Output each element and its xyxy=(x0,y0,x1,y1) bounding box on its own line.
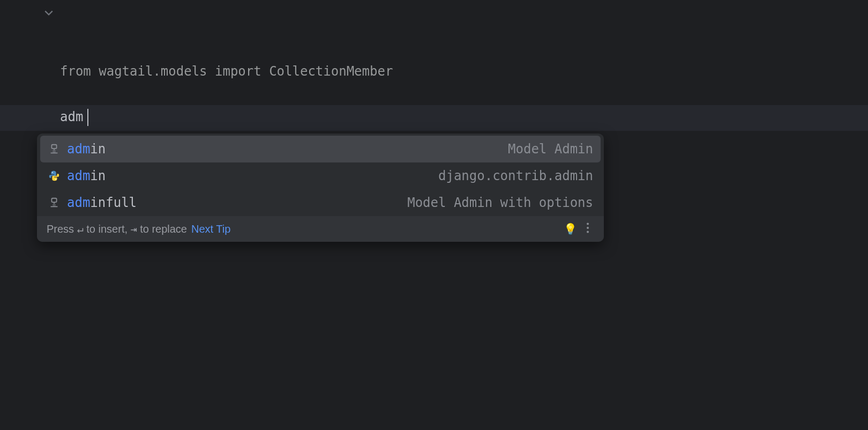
completion-description: Model Admin xyxy=(508,142,593,157)
svg-point-2 xyxy=(55,179,56,180)
svg-rect-3 xyxy=(51,198,56,202)
live-template-icon xyxy=(48,143,61,155)
next-tip-link[interactable]: Next Tip xyxy=(191,223,230,235)
python-icon xyxy=(48,169,61,182)
completion-popup: admin Model Admin admin django.contrib.a… xyxy=(37,134,604,242)
svg-point-5 xyxy=(587,227,589,229)
bulb-icon[interactable]: 💡 xyxy=(564,223,577,235)
svg-rect-0 xyxy=(51,145,56,149)
more-icon[interactable] xyxy=(581,223,594,236)
completion-item[interactable]: adminfull Model Admin with options xyxy=(37,189,604,216)
svg-point-6 xyxy=(587,231,589,233)
tab-key-icon: ⇥ xyxy=(131,223,137,235)
completion-label: admin xyxy=(67,168,106,183)
svg-point-4 xyxy=(587,223,589,225)
fold-chevron-icon[interactable] xyxy=(44,6,54,21)
completion-item[interactable]: admin Model Admin xyxy=(40,136,601,162)
code-line: from wagtail.models import CollectionMem… xyxy=(60,58,393,85)
completion-description: django.contrib.admin xyxy=(438,168,593,183)
svg-point-1 xyxy=(52,172,53,173)
completion-item[interactable]: admin django.contrib.admin xyxy=(37,162,604,189)
completion-label: adminfull xyxy=(67,195,137,210)
text-cursor xyxy=(87,109,88,126)
completion-description: Model Admin with options xyxy=(407,195,593,210)
enter-key-icon: ↵ xyxy=(77,223,84,235)
completion-footer: Press ↵ to insert, ⇥ to replace Next Tip… xyxy=(37,216,604,242)
typed-text: adm xyxy=(60,109,83,124)
completion-label: admin xyxy=(67,142,106,157)
hint-text: Press ↵ to insert, ⇥ to replace xyxy=(47,223,187,235)
live-template-icon xyxy=(48,196,61,209)
